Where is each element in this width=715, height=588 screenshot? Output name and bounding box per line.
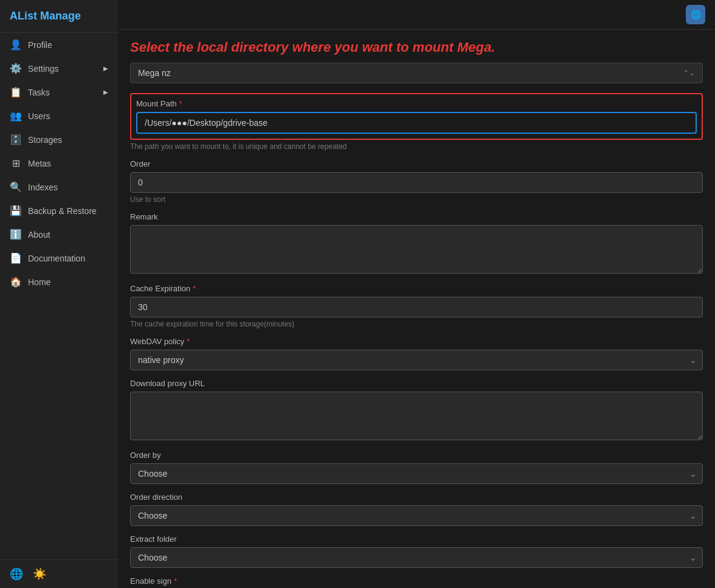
chevron-right-icon: ▶ [103,65,108,72]
order-label: Order [130,159,703,168]
storages-icon: 🗄️ [10,134,22,145]
translate-icon[interactable]: 🌐 [10,567,23,581]
content-area: Select the local directory where you wan… [118,30,715,588]
mount-path-hint: The path you want to mount to, it is uni… [130,142,703,151]
theme-icon[interactable]: ☀️ [33,567,46,581]
topbar: 🌐 [118,0,715,30]
mount-path-label: Mount Path * [136,99,697,108]
sidebar: AList Manage 👤 Profile ⚙️ Settings ▶ 📋 T… [0,0,118,588]
extract-folder-label: Extract folder [130,534,703,544]
cache-expiration-label: Cache Expiration * [130,284,703,293]
chevron-icon: ⌃⌄ [683,69,695,77]
extract-folder-select[interactable]: Choose [130,547,703,568]
enable-sign-section: Enable sign * [130,576,703,588]
topbar-user-icon[interactable]: 🌐 [686,5,705,24]
main-content: 🌐 Select the local directory where you w… [118,0,715,588]
sidebar-item-profile[interactable]: 👤 Profile [0,33,118,57]
sidebar-item-about[interactable]: ℹ️ About [0,223,118,246]
sidebar-item-users[interactable]: 👥 Users [0,104,118,128]
storage-type-label: Mega nz [138,68,171,78]
required-star: * [174,576,177,586]
cache-expiration-input[interactable] [130,297,703,317]
webdav-policy-label: WebDAV policy * [130,337,703,346]
users-icon: 👥 [10,110,22,122]
order-direction-section: Order direction Choose ⌄ [130,493,703,526]
webdav-policy-select[interactable]: native proxy [130,350,703,370]
settings-icon: ⚙️ [10,63,22,74]
sidebar-item-documentation[interactable]: 📄 Documentation [0,246,118,270]
extract-folder-wrapper: Choose ⌄ [130,547,703,568]
order-section: Order Use to sort [130,159,703,204]
download-proxy-url-label: Download proxy URL [130,379,703,388]
sidebar-item-label: Tasks [28,88,50,97]
enable-sign-label: Enable sign * [130,576,703,586]
extract-folder-section: Extract folder Choose ⌄ [130,534,703,568]
sidebar-item-label: Home [28,277,50,287]
remark-section: Remark [130,212,703,275]
sidebar-item-label: Indexes [28,182,58,192]
sidebar-item-label: Settings [28,64,59,74]
cache-expiration-hint: The cache expiration time for this stora… [130,320,703,328]
profile-icon: 👤 [10,39,22,50]
mount-path-input[interactable] [136,112,697,134]
order-by-wrapper: Choose ⌄ [130,463,703,484]
about-icon: ℹ️ [10,229,22,240]
required-star: * [179,99,182,108]
sidebar-item-storages[interactable]: 🗄️ Storages [0,128,118,151]
cache-expiration-section: Cache Expiration * The cache expiration … [130,284,703,328]
order-by-select[interactable]: Choose [130,463,703,484]
indexes-icon: 🔍 [10,181,22,193]
sidebar-item-home[interactable]: 🏠 Home [0,270,118,294]
mount-path-section: Mount Path * The path you want to mount … [130,93,703,151]
order-input[interactable] [130,172,703,193]
sidebar-item-label: Storages [28,135,62,145]
sidebar-item-metas[interactable]: ⊞ Metas [0,151,118,175]
required-star: * [187,337,190,346]
sidebar-nav: 👤 Profile ⚙️ Settings ▶ 📋 Tasks ▶ 👥 User… [0,33,118,559]
sidebar-bottom: 🌐 ☀️ [0,559,118,588]
documentation-icon: 📄 [10,252,22,264]
sidebar-item-label: Users [28,111,50,121]
tasks-icon: 📋 [10,86,22,98]
order-direction-label: Order direction [130,493,703,502]
webdav-policy-wrapper: native proxy ⌄ [130,350,703,370]
sidebar-item-backup-restore[interactable]: 💾 Backup & Restore [0,199,118,223]
sidebar-item-indexes[interactable]: 🔍 Indexes [0,175,118,199]
order-direction-wrapper: Choose ⌄ [130,505,703,526]
webdav-policy-section: WebDAV policy * native proxy ⌄ [130,337,703,370]
storage-type-selector[interactable]: Mega nz ⌃⌄ [130,63,703,83]
remark-label: Remark [130,212,703,221]
home-icon: 🏠 [10,276,22,288]
order-hint: Use to sort [130,195,703,204]
mount-path-highlighted-box: Mount Path * [130,93,703,140]
sidebar-item-label: Profile [28,40,52,50]
backup-icon: 💾 [10,205,22,216]
sidebar-item-label: Metas [28,159,51,168]
order-direction-select[interactable]: Choose [130,505,703,526]
download-proxy-url-textarea[interactable] [130,392,703,440]
sidebar-item-label: About [28,230,50,240]
order-by-section: Order by Choose ⌄ [130,451,703,484]
sidebar-item-label: Documentation [28,254,85,263]
app-logo: AList Manage [0,0,118,33]
sidebar-item-tasks[interactable]: 📋 Tasks ▶ [0,80,118,104]
annotation-top: Select the local directory where you wan… [130,40,703,55]
metas-icon: ⊞ [10,157,22,169]
download-proxy-url-section: Download proxy URL [130,379,703,442]
remark-textarea[interactable] [130,225,703,274]
order-by-label: Order by [130,451,703,460]
sidebar-item-settings[interactable]: ⚙️ Settings ▶ [0,57,118,80]
sidebar-item-label: Backup & Restore [28,206,97,216]
chevron-right-icon: ▶ [103,89,108,95]
required-star: * [193,284,196,293]
